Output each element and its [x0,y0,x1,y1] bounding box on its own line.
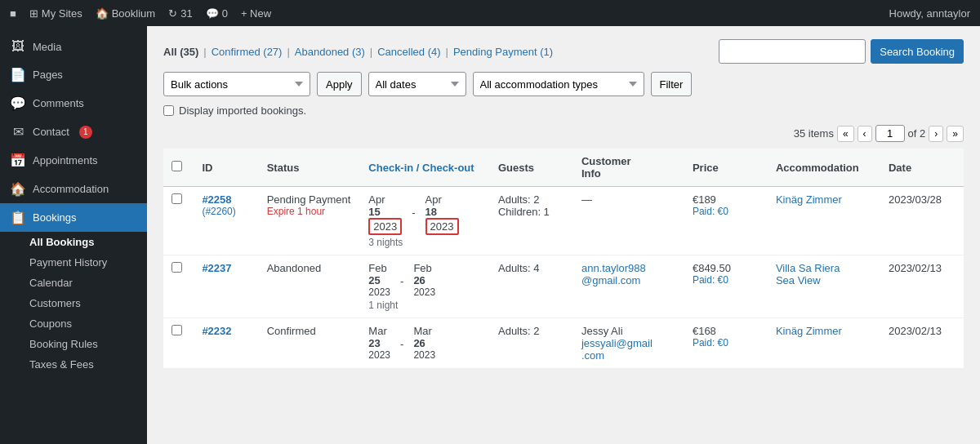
booking-date: 2023/03/28 [880,187,964,255]
new-link[interactable]: + New [241,7,271,20]
guests-adults: Adults: 4 [498,262,565,274]
filter-tab-cancelled[interactable]: Cancelled (4) [377,46,440,58]
prev-page-button[interactable]: ‹ [858,126,872,142]
col-header-customer: CustomerInfo [573,149,684,187]
item-count: 35 items [794,127,834,140]
checkin-day: 25 [368,274,390,286]
media-icon: 🖼 [10,39,26,54]
filter-tab-all[interactable]: All (35) [163,46,198,58]
booking-sub-id[interactable]: (#2260) [202,206,250,217]
table-row: #2237 Abandoned Feb 25 2023 - [163,255,964,318]
filter-tabs: All (35) | Confirmed (27) | Abandoned (3… [163,39,964,64]
booking-price: €849.50 [693,262,760,274]
booklium-link[interactable]: 🏠 Booklium [96,7,155,20]
booking-date: 2023/02/13 [880,318,964,369]
accommodation-link[interactable]: Kinäg Zimmer [776,325,842,337]
checkout-day: 18 [425,206,459,218]
booking-status: Abandoned [267,262,353,274]
row-checkbox[interactable] [172,193,182,204]
customer-info: — [581,193,592,206]
appointments-icon: 📅 [10,153,26,168]
booking-id[interactable]: #2258 [202,193,250,206]
col-header-guests: Guests [490,149,573,187]
checkin-month: Feb [368,262,390,274]
display-imported-checkbox[interactable] [163,105,174,116]
sidebar-item-label: Appointments [33,154,98,166]
sidebar-item-appointments[interactable]: 📅 Appointments [0,146,147,175]
main-content: All (35) | Confirmed (27) | Abandoned (3… [147,26,980,444]
checkout-month: Feb [413,262,435,274]
col-header-price: Price [684,149,768,187]
guests-adults: Adults: 2 [498,325,565,337]
nights: 3 nights [368,237,482,248]
filter-tab-pending-payment[interactable]: Pending Payment (1) [453,46,553,58]
sidebar-item-comments[interactable]: 💬 Comments [0,89,147,118]
sidebar-item-label: Bookings [33,211,76,224]
sidebar-sub-item-payment-history[interactable]: Payment History [0,252,147,273]
select-all-checkbox[interactable] [172,161,182,171]
sidebar-sub-item-calendar[interactable]: Calendar [0,273,147,293]
accommodation-link[interactable]: Kinäg Zimmer [776,193,842,206]
display-imported-label: Display imported bookings. [179,104,306,117]
sidebar-sub-item-coupons[interactable]: Coupons [0,313,147,334]
checkin-year: 2023 [368,218,402,235]
first-page-button[interactable]: « [837,126,854,142]
search-input[interactable] [719,39,866,64]
comments-link[interactable]: 💬 0 [206,7,228,20]
sidebar-sub-item-all-bookings[interactable]: All Bookings [0,232,147,252]
wp-icon[interactable]: ■ [10,7,16,20]
checkout-year: 2023 [413,286,435,298]
search-booking-button[interactable]: Search Booking [871,39,964,64]
my-sites-icon: ⊞ [29,7,38,20]
all-dates-select[interactable]: All dates [368,72,466,96]
admin-bar: ■ ⊞ My Sites 🏠 Booklium ↻ 31 💬 0 + New H… [0,0,980,26]
updates-link[interactable]: ↻ 31 [168,7,192,20]
sidebar: 🖼 Media 📄 Pages 💬 Comments ✉ Contact 1 📅… [0,26,147,444]
bookings-icon: 📋 [10,210,26,225]
expire-text: Expire 1 hour [267,206,353,217]
checkout-month: Mar [413,325,435,337]
booking-id[interactable]: #2237 [202,262,250,274]
booking-id[interactable]: #2232 [202,325,250,337]
sidebar-item-label: Pages [33,69,63,81]
sidebar-item-label: Comments [33,97,84,109]
checkout-month: Apr [425,193,459,206]
booking-price: €189 [693,193,760,206]
col-header-checkin: Check-in / Check-out [360,149,490,187]
booking-paid: Paid: €0 [693,206,760,217]
table-row: #2232 Confirmed Mar 23 2023 - [163,318,964,369]
contact-icon: ✉ [10,124,26,140]
table-row: #2258 (#2260) Pending Payment Expire 1 h… [163,187,964,255]
sidebar-item-accommodation[interactable]: 🏠 Accommodation [0,175,147,203]
filter-tab-abandoned[interactable]: Abandoned (3) [295,46,365,58]
filter-button[interactable]: Filter [651,72,693,96]
last-page-button[interactable]: » [947,126,964,142]
checkin-year: 2023 [368,286,390,298]
filter-tab-confirmed[interactable]: Confirmed (27) [212,46,283,58]
sidebar-sub-item-taxes-fees[interactable]: Taxes & Fees [0,354,147,375]
sidebar-item-label: Accommodation [33,183,109,195]
sidebar-item-pages[interactable]: 📄 Pages [0,60,147,89]
sidebar-sub-item-customers[interactable]: Customers [0,293,147,313]
my-sites-link[interactable]: ⊞ My Sites [29,7,82,20]
next-page-button[interactable]: › [929,126,943,142]
sidebar-item-contact[interactable]: ✉ Contact 1 [0,118,147,146]
sidebar-item-bookings[interactable]: 📋 Bookings [0,203,147,232]
bulk-actions-select[interactable]: Bulk actions [163,72,310,96]
apply-button[interactable]: Apply [317,72,362,96]
guests-children: Children: 1 [498,206,565,218]
sidebar-sub-item-booking-rules[interactable]: Booking Rules [0,334,147,354]
comments-icon: 💬 [206,7,219,20]
row-checkbox[interactable] [172,262,182,273]
all-accommodation-select[interactable]: All accommodation types [473,72,644,96]
customer-email-link[interactable]: jessyali@gmail.com [581,337,653,362]
col-header-accommodation: Accommodation [768,149,880,187]
checkin-day: 15 [368,206,402,218]
row-checkbox[interactable] [172,325,182,335]
sidebar-item-media[interactable]: 🖼 Media [0,33,147,60]
checkin-year: 2023 [368,349,390,361]
pages-icon: 📄 [10,67,26,82]
customer-info-link[interactable]: ann.taylor988@gmail.com [581,262,646,286]
page-input[interactable] [875,125,905,142]
accommodation-link[interactable]: Villa Sa RieraSea View [776,262,840,286]
